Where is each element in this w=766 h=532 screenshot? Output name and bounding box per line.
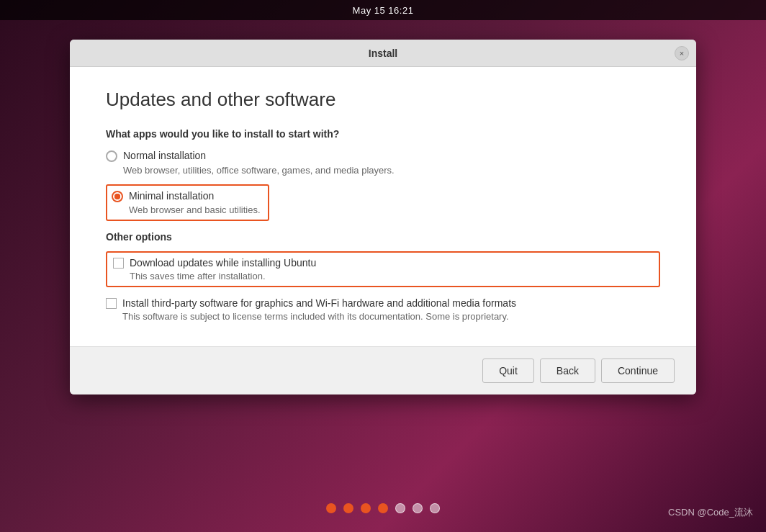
normal-installation-label: Normal installation — [123, 150, 206, 161]
normal-installation-desc: Web browser, utilities, office software,… — [123, 165, 660, 176]
third-party-label: Install third-party software for graphic… — [122, 297, 516, 309]
progress-dots — [326, 503, 440, 513]
dialog-footer: Quit Back Continue — [70, 346, 696, 395]
taskbar-time: May 15 16:21 — [353, 5, 414, 16]
install-dialog: Install × Updates and other software Wha… — [70, 40, 696, 395]
back-button[interactable]: Back — [540, 359, 595, 383]
minimal-installation-label: Minimal installation — [129, 190, 214, 202]
third-party-option[interactable]: Install third-party software for graphic… — [106, 297, 660, 309]
progress-dot-4 — [378, 503, 388, 513]
progress-dot-3 — [361, 503, 371, 513]
close-button[interactable]: × — [675, 46, 689, 60]
continue-button[interactable]: Continue — [601, 359, 675, 383]
progress-dot-7 — [430, 503, 440, 513]
normal-installation-radio[interactable] — [106, 150, 117, 162]
third-party-wrapper: Install third-party software for graphic… — [106, 297, 660, 322]
third-party-desc: This software is subject to license term… — [122, 311, 660, 322]
section-question: What apps would you like to install to s… — [106, 128, 660, 140]
progress-dot-2 — [343, 503, 353, 513]
download-updates-desc: This saves time after installation. — [130, 271, 653, 281]
dialog-title: Install — [369, 48, 397, 59]
minimal-installation-selected-box: Minimal installation Web browser and bas… — [106, 184, 269, 221]
page-title: Updates and other software — [106, 89, 660, 111]
quit-button[interactable]: Quit — [482, 359, 534, 383]
download-updates-label: Download updates while installing Ubuntu — [130, 257, 316, 269]
download-updates-wrapper: Download updates while installing Ubuntu… — [106, 251, 660, 287]
third-party-checkbox[interactable] — [106, 298, 117, 309]
dialog-titlebar: Install × — [70, 40, 696, 67]
download-updates-option[interactable]: Download updates while installing Ubuntu — [113, 257, 653, 269]
progress-dot-6 — [413, 503, 423, 513]
minimal-installation-option[interactable]: Minimal installation — [112, 190, 261, 202]
dialog-content: Updates and other software What apps wou… — [70, 67, 696, 346]
progress-dot-5 — [395, 503, 405, 513]
download-updates-checkbox[interactable] — [113, 258, 124, 269]
minimal-installation-radio[interactable] — [112, 191, 123, 202]
minimal-installation-desc: Web browser and basic utilities. — [129, 204, 261, 215]
taskbar: May 15 16:21 — [0, 0, 766, 20]
progress-dot-1 — [326, 503, 336, 513]
other-options-title: Other options — [106, 231, 660, 243]
watermark: CSDN @Code_流沐 — [668, 506, 753, 519]
normal-installation-option[interactable]: Normal installation — [106, 150, 660, 162]
